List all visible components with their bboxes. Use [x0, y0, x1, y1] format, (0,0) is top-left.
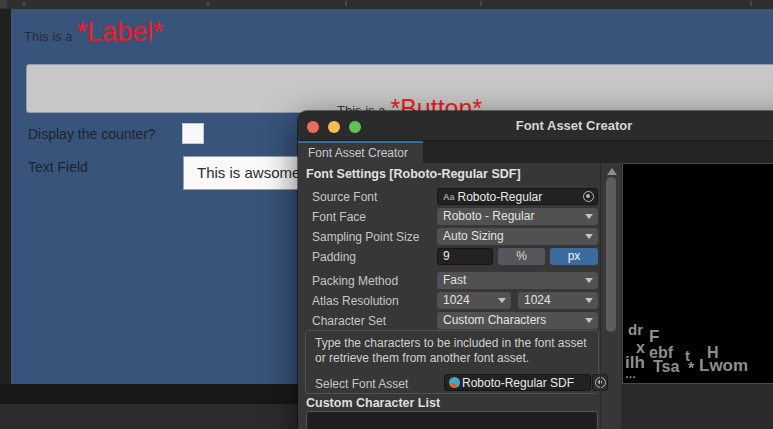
greeting-label: This is a *Label*	[24, 17, 163, 48]
object-picker-icon[interactable]	[583, 191, 594, 202]
greeting-label-prefix: This is a	[24, 29, 72, 44]
atlas-width-dropdown[interactable]: 1024	[437, 292, 511, 309]
counter-checkbox[interactable]	[182, 123, 204, 144]
source-font-row: Source Font Aa Roboto-Regular	[298, 188, 600, 205]
packing-method-row: Packing Method Fast	[298, 272, 600, 289]
main-button[interactable]: This is a *Button*	[26, 64, 773, 113]
source-font-value: Roboto-Regular	[458, 190, 543, 204]
sampling-point-size-dropdown[interactable]: Auto Sizing	[437, 228, 598, 245]
chevron-down-icon	[498, 298, 506, 303]
editor-left-edge	[0, 9, 11, 384]
font-asset-icon	[449, 377, 460, 388]
atlas-glyph: Lwom	[699, 357, 748, 374]
chevron-down-icon	[585, 278, 593, 283]
font-asset-creator-window: Font Asset Creator Font Asset Creator Fo…	[298, 111, 773, 429]
window-titlebar[interactable]: Font Asset Creator	[298, 111, 773, 141]
padding-px-button[interactable]: px	[550, 248, 598, 265]
toolbar-tick	[480, 1, 482, 6]
sampling-point-size-row: Sampling Point Size Auto Sizing	[298, 228, 600, 245]
chevron-down-icon	[585, 318, 593, 323]
toolbar-tick	[207, 1, 209, 6]
atlas-resolution-label: Atlas Resolution	[312, 294, 399, 308]
character-set-label: Character Set	[312, 314, 386, 328]
main-button-text: This is a *Button*	[337, 65, 482, 114]
padding-row: Padding 9 % px	[298, 248, 600, 265]
padding-value-field[interactable]: 9	[437, 248, 493, 265]
window-title: Font Asset Creator	[298, 111, 773, 141]
text-field-label: Text Field	[28, 159, 88, 175]
atlas-height-dropdown[interactable]: 1024	[518, 292, 598, 309]
atlas-glyph: …	[625, 369, 636, 380]
padding-label: Padding	[312, 250, 356, 264]
atlas-glyph: Tsa	[653, 359, 679, 375]
scrollbar-thumb[interactable]	[606, 177, 616, 332]
character-help-box: Type the characters to be included in th…	[305, 330, 599, 394]
select-font-asset-value: Roboto-Regular SDF	[462, 376, 574, 390]
greeting-label-highlight: *Label*	[76, 17, 163, 48]
font-face-label: Font Face	[312, 210, 366, 224]
tab-font-asset-creator[interactable]: Font Asset Creator	[298, 143, 423, 163]
atlas-glyph: F	[649, 328, 659, 345]
atlas-glyph: *	[688, 361, 694, 377]
font-face-dropdown[interactable]: Roboto - Regular	[437, 208, 598, 225]
sampling-point-size-value: Auto Sizing	[443, 229, 504, 243]
toolbar-corner	[0, 0, 7, 8]
text-input[interactable]: This is awsome	[183, 156, 317, 190]
chevron-down-icon	[585, 234, 593, 239]
panel-divider	[600, 163, 601, 429]
font-settings-header: Font Settings [Roboto-Regular SDF]	[306, 167, 521, 181]
custom-character-list-header: Custom Character List	[306, 396, 440, 410]
character-help-text: Type the characters to be included in th…	[315, 336, 597, 366]
chevron-down-icon	[585, 214, 593, 219]
custom-character-list-input[interactable]	[306, 411, 598, 429]
packing-method-value: Fast	[443, 273, 466, 287]
toolbar-tick	[23, 1, 25, 6]
atlas-resolution-row: Atlas Resolution 1024 1024	[298, 292, 600, 309]
source-font-field[interactable]: Aa Roboto-Regular	[437, 188, 598, 205]
character-set-row: Character Set Custom Characters	[298, 312, 600, 329]
scroll-up-arrow-icon[interactable]	[607, 168, 617, 175]
toolbar-tick	[345, 1, 347, 6]
character-set-value: Custom Characters	[443, 313, 546, 327]
select-font-asset-field[interactable]: Roboto-Regular SDF	[444, 374, 591, 391]
sampling-point-size-label: Sampling Point Size	[312, 230, 419, 244]
padding-percent-button[interactable]: %	[498, 248, 545, 265]
font-face-row: Font Face Roboto - Regular	[298, 208, 600, 225]
chevron-down-icon	[585, 298, 593, 303]
atlas-height-value: 1024	[524, 293, 551, 307]
source-font-label: Source Font	[312, 190, 377, 204]
tab-bar: Font Asset Creator	[298, 141, 773, 163]
font-file-icon: Aa	[443, 192, 455, 202]
select-font-asset-label: Select Font Asset	[315, 377, 408, 391]
font-face-value: Roboto - Regular	[443, 209, 534, 223]
packing-method-label: Packing Method	[312, 274, 398, 288]
character-set-dropdown[interactable]: Custom Characters	[437, 312, 598, 329]
atlas-glyph: dr	[628, 322, 643, 337]
atlas-width-value: 1024	[443, 293, 470, 307]
toolbar-tick	[750, 1, 752, 6]
packing-method-dropdown[interactable]: Fast	[437, 272, 598, 289]
font-atlas-preview: dr F x ebf t H ilh Tsa * Lwom …	[622, 163, 773, 384]
counter-checkbox-label: Display the counter?	[28, 126, 156, 142]
